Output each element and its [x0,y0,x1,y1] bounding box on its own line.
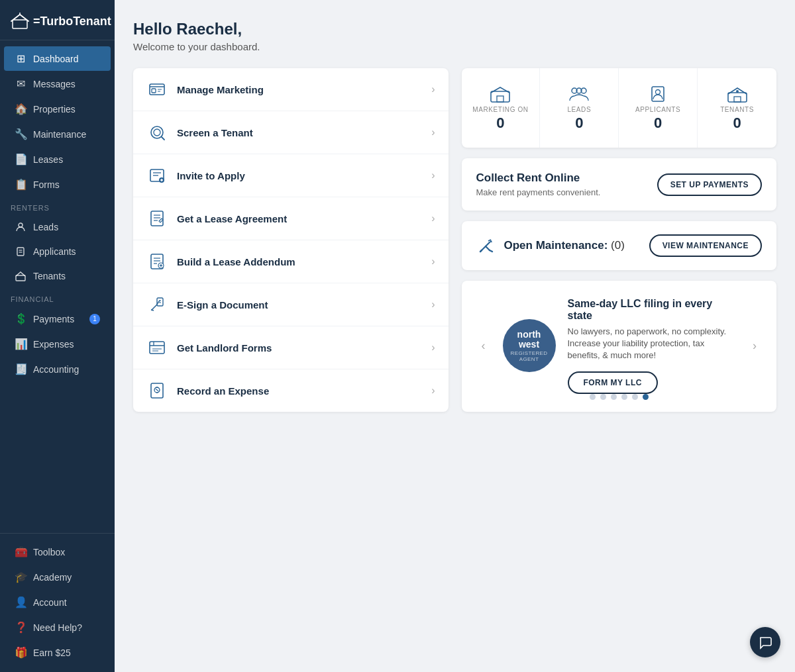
action-get-lease-label: Get a Lease Agreement [177,213,431,224]
stat-applicants: APPLICANTS 0 [619,68,698,148]
promo-dot-1[interactable] [600,394,606,400]
collect-rent-title: Collect Rent Online [476,171,601,185]
logo[interactable]: =TurboTenant [11,12,104,30]
chat-button[interactable] [750,627,780,657]
promo-dot-0[interactable] [590,394,596,400]
sidebar-item-maintenance[interactable]: 🔧 Maintenance [4,122,111,146]
promo-next-button[interactable]: › [747,336,762,356]
sidebar-item-tenants[interactable]: Tenants [4,264,111,288]
dashboard-icon: ⊞ [15,52,26,65]
toolbox-icon: 🧰 [15,546,26,558]
sidebar-bottom: 🧰 Toolbox 🎓 Academy 👤 Account ❓ Need Hel… [0,533,115,672]
sidebar-item-dashboard[interactable]: ⊞ Dashboard [4,46,111,71]
action-chevron-1: › [431,126,435,138]
content-grid: Manage Marketing › Screen a Tenant › Inv… [133,68,776,412]
stat-marketing-icon [489,85,511,103]
svg-rect-36 [150,342,164,354]
page-subtitle: Welcome to your dashboard. [133,41,776,52]
promo-dot-5[interactable] [643,394,649,400]
action-esign-doc-label: E-Sign a Document [177,299,431,311]
sidebar-item-applicants[interactable]: Applicants [4,240,111,264]
screen-tenant-icon [146,122,168,143]
svg-rect-33 [157,298,163,306]
sidebar-item-account[interactable]: 👤 Account [4,590,111,614]
promo-dot-3[interactable] [621,394,627,400]
action-landlord-forms[interactable]: Get Landlord Forms › [133,326,449,369]
logo-area: =TurboTenant [0,0,115,40]
landlord-forms-icon [146,337,168,358]
svg-line-59 [486,246,490,250]
accounting-icon: 🧾 [15,363,26,375]
sidebar-item-need-help[interactable]: ❓ Need Help? [4,615,111,640]
svg-point-55 [736,90,739,93]
stat-marketing-on: MARKETING ON 0 [462,68,541,148]
promo-text: Same-day LLC filing in every state No la… [568,298,736,394]
sidebar-item-earn25[interactable]: 🎁 Earn $25 [4,640,111,665]
maintenance-card: Open Maintenance: (0) VIEW MAINTENANCE [462,221,777,270]
esign-doc-icon [146,294,168,315]
properties-icon: 🏠 [15,103,26,115]
renters-section-label: RENTERS [0,197,115,215]
sidebar: =TurboTenant ⊞ Dashboard ✉ Messages 🏠 Pr… [0,0,115,672]
payments-badge: 1 [89,314,100,324]
tenants-icon [15,270,26,282]
nav-section-main: ⊞ Dashboard ✉ Messages 🏠 Properties 🔧 Ma… [0,40,115,533]
setup-payments-button[interactable]: SET UP PAYMENTS [657,173,762,196]
promo-prev-button[interactable]: ‹ [476,336,491,356]
main-content: Hello Raechel, Welcome to your dashboard… [115,0,795,672]
svg-rect-46 [491,91,509,102]
sidebar-item-messages[interactable]: ✉ Messages [4,72,111,96]
maintenance-wrench-icon [476,236,496,256]
action-landlord-forms-label: Get Landlord Forms [177,342,431,354]
action-invite-apply[interactable]: Invite to Apply › [133,154,449,197]
action-build-addendum[interactable]: Build a Lease Addendum › [133,240,449,283]
action-record-expense[interactable]: Record an Expense › [133,369,449,412]
promo-card: ‹ north west REGISTERED AGENT Same-day L… [462,281,777,412]
view-maintenance-button[interactable]: VIEW MAINTENANCE [649,234,762,257]
stat-leads-icon [568,85,590,103]
leases-icon: 📄 [15,153,26,166]
maintenance-title: Open Maintenance: (0) [504,239,625,252]
earn-icon: 🎁 [15,646,26,659]
action-build-addendum-label: Build a Lease Addendum [177,256,431,267]
svg-rect-47 [497,96,504,102]
action-esign-doc[interactable]: E-Sign a Document › [133,283,449,326]
sidebar-item-properties[interactable]: 🏠 Properties [4,97,111,121]
svg-rect-6 [16,275,25,281]
stat-tenants-icon [726,85,749,103]
stat-marketing-label: MARKETING ON [472,106,528,113]
sidebar-item-payments[interactable]: 💲 Payments 1 [4,307,111,331]
svg-line-45 [156,389,158,391]
action-get-lease[interactable]: Get a Lease Agreement › [133,197,449,240]
action-screen-tenant[interactable]: Screen a Tenant › [133,111,449,154]
action-chevron-6: › [431,342,435,354]
promo-dot-4[interactable] [632,394,638,400]
action-chevron-0: › [431,83,435,95]
collect-rent-text: Collect Rent Online Make rent payments c… [476,171,601,197]
promo-dot-2[interactable] [611,394,617,400]
stat-marketing-value: 0 [496,115,504,132]
form-llc-button[interactable]: FORM MY LLC [568,371,658,394]
sidebar-item-forms[interactable]: 📋 Forms [4,172,111,197]
sidebar-item-toolbox[interactable]: 🧰 Toolbox [4,540,111,564]
account-icon: 👤 [15,596,26,608]
sidebar-item-accounting[interactable]: 🧾 Accounting [4,357,111,381]
page-greeting: Hello Raechel, [133,20,776,38]
svg-line-60 [490,250,492,252]
svg-rect-54 [734,97,741,102]
collect-rent-subtitle: Make rent payments convenient. [476,187,601,197]
sidebar-item-expenses[interactable]: 📊 Expenses [4,332,111,356]
promo-logo-line2: west [519,340,539,350]
action-manage-marketing[interactable]: Manage Marketing › [133,68,449,111]
action-chevron-3: › [431,213,435,224]
svg-line-57 [480,250,482,252]
build-addendum-icon [146,251,168,272]
sidebar-item-leases[interactable]: 📄 Leases [4,147,111,171]
svg-point-13 [154,129,160,136]
leads-icon [15,221,26,233]
sidebar-item-academy[interactable]: 🎓 Academy [4,565,111,589]
sidebar-item-leads[interactable]: Leads [4,215,111,239]
stat-tenants: TENANTS 0 [698,68,776,148]
svg-rect-41 [151,383,163,398]
forms-nav-icon: 📋 [15,178,26,191]
